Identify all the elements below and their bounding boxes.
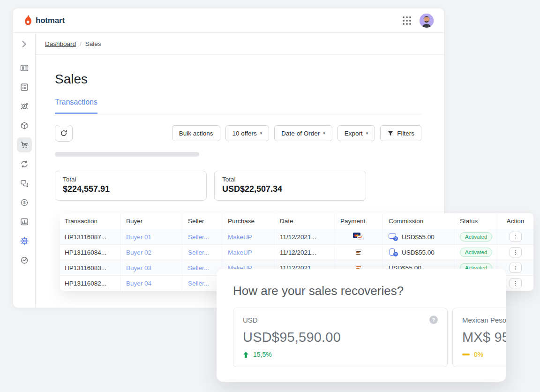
currency-value: USD$95,590.00 bbox=[243, 330, 438, 345]
recoveries-title: How are your sales recoveries? bbox=[233, 284, 506, 298]
totals-row: Total $224,557.91 Total USD$22,507.34 bbox=[55, 171, 421, 201]
date-of-order-dropdown[interactable]: Date of Order ▾ bbox=[274, 125, 332, 141]
sidebar-item-overview[interactable] bbox=[17, 60, 32, 75]
bulk-actions-button[interactable]: Bulk actions bbox=[172, 125, 220, 141]
tab-transactions[interactable]: Transactions bbox=[55, 98, 98, 114]
seller-link[interactable]: Seller... bbox=[182, 245, 222, 260]
chevron-down-icon: ▾ bbox=[260, 131, 262, 136]
sidebar-item-messages[interactable] bbox=[17, 176, 32, 191]
total-label: Total bbox=[222, 176, 358, 183]
kebab-icon: ⋮ bbox=[513, 234, 518, 240]
export-dropdown[interactable]: Export ▾ bbox=[338, 125, 375, 141]
total-card: Total $224,557.91 bbox=[55, 171, 207, 201]
cart-icon bbox=[20, 140, 29, 150]
dash-icon bbox=[462, 354, 470, 355]
overview-icon bbox=[20, 63, 29, 73]
subscriptions-icon bbox=[20, 159, 29, 169]
chevron-down-icon: ▾ bbox=[323, 131, 325, 136]
funnel-icon bbox=[387, 130, 394, 136]
sidebar-item-insights[interactable] bbox=[17, 253, 32, 268]
chevron-down-icon: ▾ bbox=[366, 131, 368, 136]
invoice-recurrence-icon: ↻ bbox=[389, 249, 398, 256]
tabs: Transactions bbox=[55, 98, 421, 114]
sidebar-item-finance[interactable]: $ bbox=[17, 195, 32, 210]
buyer-link[interactable]: Buyer 04 bbox=[120, 276, 182, 291]
filters-button[interactable]: Filters bbox=[380, 125, 421, 141]
column-header: Commission bbox=[382, 213, 454, 229]
sidebar: $ bbox=[13, 33, 36, 307]
change-percent: 15,5% bbox=[253, 351, 272, 358]
transaction-id: HP13116087... bbox=[60, 229, 120, 244]
column-header: Buyer bbox=[120, 213, 182, 229]
currency-card-mxn: Mexican Peso ? MX$ 95 0% bbox=[452, 308, 506, 367]
page-background: hotmart bbox=[0, 0, 540, 392]
column-header: Payment bbox=[334, 213, 382, 229]
transaction-id: HP13116082... bbox=[60, 276, 120, 291]
svg-text:$: $ bbox=[23, 200, 25, 205]
row-actions-button[interactable]: ⋮ bbox=[510, 247, 522, 257]
seller-link[interactable]: Seller... bbox=[182, 229, 222, 244]
table-row: HP13116087... Buyer 01 Seller... MakeUP … bbox=[60, 229, 533, 244]
finance-icon: $ bbox=[20, 198, 29, 207]
sidebar-item-products[interactable] bbox=[17, 118, 32, 133]
sidebar-item-subscriptions[interactable] bbox=[17, 157, 32, 172]
loading-skeleton bbox=[55, 152, 199, 157]
hotmart-logo[interactable]: hotmart bbox=[23, 15, 65, 26]
column-header: Action bbox=[497, 213, 533, 229]
refresh-button[interactable] bbox=[55, 125, 73, 142]
total-label: Total bbox=[63, 176, 199, 183]
kebab-icon: ⋮ bbox=[513, 280, 518, 286]
seller-link[interactable]: Seller... bbox=[182, 260, 222, 275]
page-title: Sales bbox=[55, 72, 421, 87]
seller-link[interactable]: Seller... bbox=[182, 276, 222, 291]
commission-value: USD$55.00 bbox=[402, 249, 435, 256]
row-actions-button[interactable]: ⋮ bbox=[510, 232, 522, 242]
row-actions-button[interactable]: ⋮ bbox=[510, 263, 522, 273]
total-value: $224,557.91 bbox=[63, 184, 199, 194]
app-header: hotmart bbox=[13, 8, 444, 33]
commission-value: USD$55.00 bbox=[402, 234, 435, 241]
settings-icon bbox=[20, 236, 29, 246]
status-badge: Activated bbox=[460, 248, 492, 257]
purchase-link[interactable]: MakeUP bbox=[222, 229, 274, 244]
credit-card-icon bbox=[353, 233, 364, 241]
user-avatar[interactable] bbox=[420, 14, 434, 28]
transaction-id: HP13116083... bbox=[60, 260, 120, 275]
total-value: USD$22,507.34 bbox=[222, 184, 358, 194]
buyer-link[interactable]: Buyer 01 bbox=[120, 229, 182, 244]
help-icon[interactable]: ? bbox=[429, 316, 438, 324]
column-header: Transaction bbox=[60, 213, 120, 229]
row-actions-button[interactable]: ⋮ bbox=[510, 278, 522, 288]
sidebar-item-sales[interactable] bbox=[17, 137, 32, 152]
sales-recoveries-panel: How are your sales recoveries? USD ? USD… bbox=[217, 269, 506, 382]
offers-dropdown[interactable]: 10 offers ▾ bbox=[225, 125, 270, 141]
status-badge: Activated bbox=[460, 232, 492, 241]
currency-label: Mexican Peso bbox=[462, 316, 506, 324]
table-header-row: Transaction Buyer Seller Purchase Date P… bbox=[60, 213, 533, 229]
buyer-link[interactable]: Buyer 03 bbox=[120, 260, 182, 275]
reports-icon bbox=[20, 217, 29, 226]
column-header: Date bbox=[274, 213, 334, 229]
products-icon bbox=[20, 121, 29, 130]
sidebar-item-automation[interactable] bbox=[17, 99, 32, 114]
date-cell: 11/12/2021... bbox=[274, 245, 334, 260]
column-header: Seller bbox=[182, 213, 222, 229]
column-header: Status bbox=[454, 213, 497, 229]
sidebar-item-settings[interactable] bbox=[17, 234, 32, 249]
sidebar-item-reports[interactable] bbox=[17, 214, 32, 229]
breadcrumb-current: Sales bbox=[85, 40, 101, 47]
sidebar-item-apps[interactable] bbox=[17, 80, 32, 95]
automation-icon bbox=[20, 102, 29, 111]
insights-icon bbox=[20, 256, 29, 265]
sidebar-expand-button[interactable] bbox=[22, 41, 26, 47]
brand-name: hotmart bbox=[36, 16, 65, 25]
boleto-icon bbox=[355, 249, 362, 255]
apps-grid-icon[interactable] bbox=[403, 16, 411, 25]
breadcrumb-separator: / bbox=[80, 40, 82, 47]
purchase-link[interactable]: MakeUP bbox=[222, 245, 274, 260]
breadcrumb-dashboard[interactable]: Dashboard bbox=[45, 40, 76, 47]
transaction-id: HP13116084... bbox=[60, 245, 120, 260]
refresh-icon bbox=[60, 129, 68, 137]
column-header: Purchase bbox=[222, 213, 274, 229]
buyer-link[interactable]: Buyer 02 bbox=[120, 245, 182, 260]
